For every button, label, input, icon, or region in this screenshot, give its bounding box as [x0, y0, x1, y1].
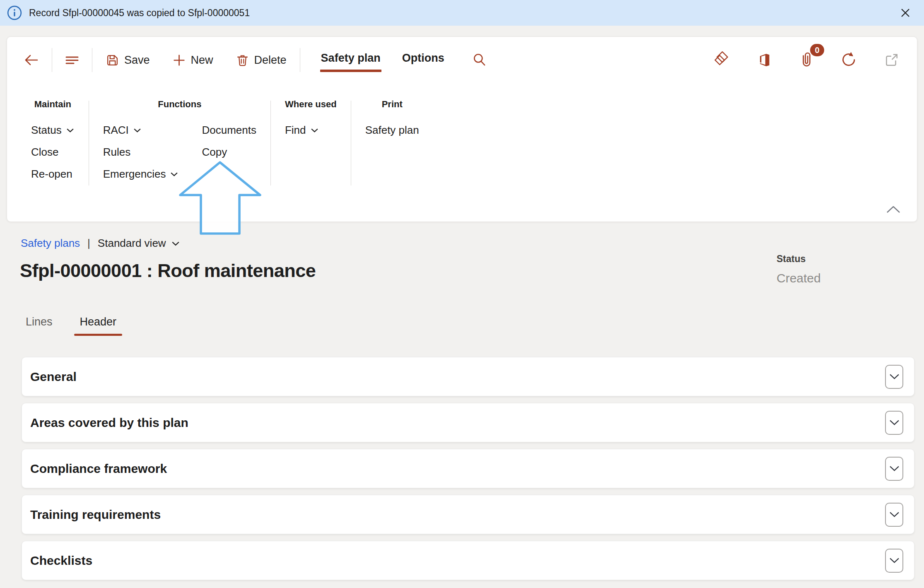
menu-item-find[interactable]: Find	[285, 124, 319, 137]
save-icon	[106, 53, 119, 67]
toolbar-separator	[300, 48, 300, 72]
menu-item-status-label: Status	[31, 124, 62, 137]
action-bar-card: Save New Delete Safety plan Options	[7, 36, 917, 222]
menu-item-close[interactable]: Close	[31, 146, 75, 159]
save-label: Save	[124, 54, 150, 67]
search-icon	[472, 52, 487, 68]
section-areas-covered[interactable]: Areas covered by this plan	[22, 403, 914, 442]
tab-options[interactable]: Options	[400, 48, 447, 73]
section-list: General Areas covered by this plan Compl…	[22, 357, 914, 587]
chevron-down-icon	[171, 241, 180, 246]
toolbar: Save New Delete Safety plan Options	[7, 43, 917, 77]
chevron-down-icon	[310, 128, 319, 133]
menu-item-status[interactable]: Status	[31, 124, 75, 137]
content-tabs: Lines Header	[25, 316, 117, 336]
navigation-menu-button[interactable]	[62, 51, 82, 70]
section-compliance-framework-title: Compliance framework	[30, 462, 167, 476]
refresh-button[interactable]	[837, 49, 860, 71]
group-separator	[89, 101, 89, 186]
back-button[interactable]	[20, 51, 42, 70]
close-icon[interactable]	[897, 5, 913, 21]
new-label: New	[191, 54, 213, 67]
section-checklists-title: Checklists	[30, 554, 92, 568]
section-checklists[interactable]: Checklists	[22, 541, 914, 580]
office-button[interactable]	[754, 49, 775, 71]
save-button[interactable]: Save	[102, 51, 153, 70]
notification-bar: Record Sfpl-00000045 was copied to Sfpl-…	[0, 0, 924, 26]
tab-lines[interactable]: Lines	[25, 316, 53, 336]
section-training-requirements-title: Training requirements	[30, 508, 161, 522]
group-print: Print Safety plan	[365, 99, 419, 137]
group-where-used-title: Where used	[285, 99, 337, 110]
search-button[interactable]	[469, 50, 490, 70]
section-training-requirements-expand-button[interactable]	[885, 503, 903, 527]
group-print-title: Print	[365, 99, 419, 110]
chevron-up-icon	[885, 205, 901, 214]
group-maintain: Maintain Status Close Re-open	[31, 99, 75, 181]
trash-icon	[236, 53, 249, 67]
new-button[interactable]: New	[169, 51, 217, 70]
section-compliance-framework[interactable]: Compliance framework	[22, 449, 914, 488]
section-checklists-expand-button[interactable]	[885, 549, 903, 573]
chevron-down-icon	[170, 171, 179, 177]
section-training-requirements[interactable]: Training requirements	[22, 495, 914, 534]
menu-item-copy[interactable]: Copy	[202, 146, 256, 159]
delete-button[interactable]: Delete	[232, 51, 290, 70]
menu-item-print-safety-plan[interactable]: Safety plan	[365, 124, 419, 137]
menu-item-reopen-label: Re-open	[31, 168, 72, 181]
breadcrumb: Safety plans | Standard view	[21, 237, 180, 250]
notification-text: Record Sfpl-00000045 was copied to Sfpl-…	[29, 7, 250, 19]
group-separator	[270, 101, 271, 186]
dynamics-apps-button[interactable]	[711, 49, 733, 71]
group-separator	[351, 101, 351, 186]
tab-safety-plan[interactable]: Safety plan	[318, 48, 383, 73]
plus-icon	[172, 53, 186, 67]
section-general[interactable]: General	[22, 357, 914, 396]
section-compliance-framework-expand-button[interactable]	[885, 457, 903, 481]
chevron-down-icon	[133, 128, 142, 133]
annotation-arrow	[178, 160, 263, 236]
menu-item-reopen[interactable]: Re-open	[31, 168, 75, 181]
open-in-new-window-button[interactable]	[881, 49, 902, 71]
page-title: Sfpl-00000001 : Roof maintenance	[20, 260, 316, 282]
tab-header[interactable]: Header	[79, 316, 118, 336]
tab-header-label: Header	[80, 316, 117, 328]
collapse-ribbon-button[interactable]	[884, 203, 903, 216]
menu-item-copy-label: Copy	[202, 146, 227, 159]
breadcrumb-separator: |	[87, 237, 90, 250]
chevron-down-icon	[889, 465, 900, 472]
section-general-title: General	[30, 370, 77, 384]
status-field: Status Created	[777, 253, 821, 285]
status-label: Status	[777, 253, 821, 265]
shapes-diamond-icon	[713, 51, 731, 69]
toolbar-separator	[92, 48, 92, 72]
back-arrow-icon	[23, 53, 39, 67]
menu-item-find-label: Find	[285, 124, 306, 137]
attachments-count-badge: 0	[810, 44, 824, 56]
toolbar-right-icons: 0	[711, 49, 902, 71]
toolbar-separator	[52, 48, 52, 72]
menu-item-documents[interactable]: Documents	[202, 124, 256, 137]
menu-item-rules[interactable]: Rules	[103, 146, 179, 159]
attachments-button[interactable]: 0	[796, 49, 817, 71]
menu-item-documents-label: Documents	[202, 124, 256, 137]
group-maintain-title: Maintain	[31, 99, 75, 110]
section-areas-covered-expand-button[interactable]	[885, 411, 903, 435]
chevron-down-icon	[889, 557, 900, 564]
group-where-used: Where used Find	[285, 99, 337, 137]
open-in-new-window-icon	[883, 52, 900, 68]
delete-label: Delete	[254, 54, 287, 67]
info-icon	[7, 5, 22, 21]
breadcrumb-list-link[interactable]: Safety plans	[21, 237, 80, 250]
menu-item-rules-label: Rules	[103, 146, 130, 159]
section-general-expand-button[interactable]	[885, 365, 903, 389]
chevron-down-icon	[66, 128, 75, 133]
tab-safety-plan-label: Safety plan	[321, 52, 381, 64]
section-areas-covered-title: Areas covered by this plan	[30, 416, 188, 430]
menu-item-emergencies[interactable]: Emergencies	[103, 168, 179, 181]
chevron-down-icon	[889, 511, 900, 518]
view-selector[interactable]: Standard view	[98, 237, 180, 250]
chevron-down-icon	[889, 373, 900, 380]
menu-item-emergencies-label: Emergencies	[103, 168, 166, 181]
menu-item-raci[interactable]: RACI	[103, 124, 179, 137]
